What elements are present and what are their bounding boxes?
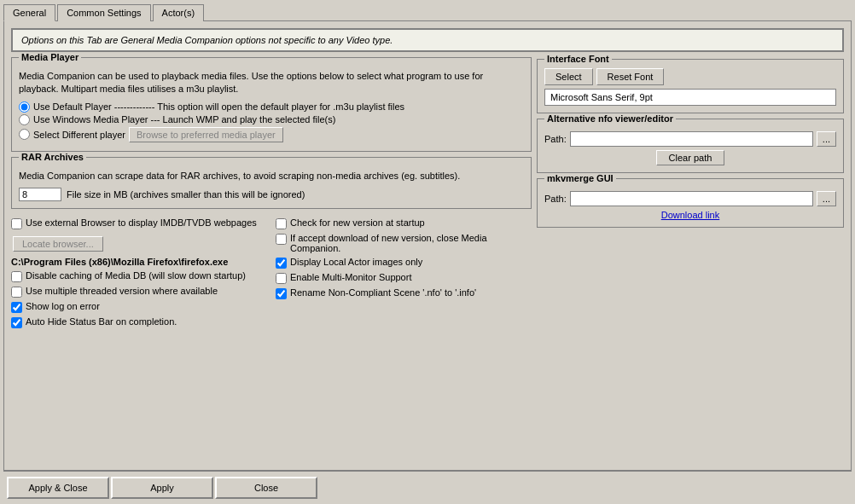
clear-path-button[interactable]: Clear path bbox=[656, 150, 725, 165]
radio-wmp-label: Use Windows Media Player --- Launch WMP … bbox=[33, 114, 335, 125]
cb-local-actor-label: Display Local Actor images only bbox=[290, 257, 422, 267]
tab-common-settings[interactable]: Common Settings bbox=[57, 4, 150, 21]
radio-default-label: Use Default Player ------------- This op… bbox=[33, 101, 404, 112]
main-window: General Common Settings Actor(s) Options… bbox=[0, 0, 855, 504]
browse-button[interactable]: Browse to preferred media player bbox=[129, 127, 283, 142]
mkvmerge-path-row: Path: ... bbox=[544, 191, 836, 206]
checkboxes-area: Use external Browser to display IMDB/TVD… bbox=[11, 217, 532, 328]
cb-multithread[interactable] bbox=[11, 287, 22, 298]
font-display: Microsoft Sans Serif, 9pt bbox=[544, 89, 836, 106]
alt-nfo-path-row: Path: ... bbox=[544, 131, 836, 147]
alt-nfo-inner: Path: ... Clear path bbox=[544, 131, 836, 165]
cb-show-log-label: Show log on error bbox=[26, 301, 100, 311]
media-player-inner: Media Companion can be used to playback … bbox=[19, 70, 524, 142]
cb-rename-nfo-label: Rename Non-Compliant Scene '.nfo' to '.i… bbox=[290, 287, 476, 298]
main-area: Media Player Media Companion can be used… bbox=[11, 57, 844, 463]
cb-auto-hide[interactable] bbox=[11, 317, 22, 328]
cb-multithread-label: Use multiple threaded version where avai… bbox=[26, 286, 218, 296]
cb-accept-download[interactable] bbox=[276, 234, 287, 245]
right-checkboxes: Check for new version at startup If acce… bbox=[276, 217, 532, 328]
rar-archives-label: RAR Archives bbox=[19, 152, 86, 162]
media-player-description: Media Companion can be used to playback … bbox=[19, 70, 524, 96]
alt-nfo-path-input[interactable] bbox=[570, 131, 813, 147]
select-font-button[interactable]: Select bbox=[544, 68, 593, 85]
radio-different[interactable] bbox=[19, 129, 30, 140]
cb-multi-monitor-row: Enable Multi-Monitor Support bbox=[276, 272, 532, 284]
rar-size-input[interactable] bbox=[19, 188, 61, 201]
interface-font-group: Interface Font Select Reset Font Microso… bbox=[537, 59, 844, 113]
mkvmerge-label: mkvmerge GUI bbox=[544, 173, 616, 183]
browser-path: C:\Program Files (x86)\Mozilla Firefox\f… bbox=[11, 257, 267, 267]
cb-external-row: Use external Browser to display IMDB/TVD… bbox=[11, 217, 267, 229]
bottom-bar: Apply & Close Apply Close bbox=[3, 471, 852, 504]
alt-nfo-path-label: Path: bbox=[544, 134, 567, 144]
locate-browser-button[interactable]: Locate browser... bbox=[13, 236, 103, 252]
mkvmerge-group: mkvmerge GUI Path: ... Download link bbox=[537, 178, 844, 228]
apply-button[interactable]: Apply bbox=[111, 477, 213, 499]
close-button[interactable]: Close bbox=[215, 477, 317, 499]
tab-content-general: Options on this Tab are General Media Co… bbox=[3, 20, 852, 471]
cb-auto-hide-row: Auto Hide Status Bar on completion. bbox=[11, 316, 267, 328]
cb-local-actor[interactable] bbox=[276, 258, 287, 269]
download-link[interactable]: Download link bbox=[544, 210, 836, 220]
media-player-label: Media Player bbox=[19, 52, 81, 62]
alt-nfo-group: Alternative nfo viewer/editor Path: ... … bbox=[537, 119, 844, 173]
cb-show-log[interactable] bbox=[11, 302, 22, 313]
cb-check-version[interactable] bbox=[276, 218, 287, 229]
cb-external[interactable] bbox=[11, 218, 22, 229]
radio-wmp-row: Use Windows Media Player --- Launch WMP … bbox=[19, 114, 524, 125]
mkvmerge-path-label: Path: bbox=[544, 194, 567, 204]
radio-default[interactable] bbox=[19, 101, 30, 113]
left-panel: Media Player Media Companion can be used… bbox=[11, 57, 532, 463]
radio-different-label: Select Different player bbox=[33, 130, 125, 140]
mkvmerge-path-input[interactable] bbox=[570, 191, 813, 206]
rar-description: Media Companion can scrape data for RAR … bbox=[19, 170, 524, 182]
cb-local-actor-row: Display Local Actor images only bbox=[276, 257, 532, 269]
alt-nfo-browse-button[interactable]: ... bbox=[817, 131, 836, 147]
interface-font-label: Interface Font bbox=[544, 54, 612, 64]
tab-bar: General Common Settings Actor(s) bbox=[0, 0, 855, 20]
mkvmerge-browse-button[interactable]: ... bbox=[817, 191, 836, 206]
cb-rename-nfo-row: Rename Non-Compliant Scene '.nfo' to '.i… bbox=[276, 287, 532, 299]
cb-show-log-row: Show log on error bbox=[11, 301, 267, 313]
tab-general[interactable]: General bbox=[3, 4, 55, 21]
radio-default-row: Use Default Player ------------- This op… bbox=[19, 101, 524, 113]
cb-rename-nfo[interactable] bbox=[276, 288, 287, 299]
cb-disable-cache[interactable] bbox=[11, 271, 22, 282]
rar-size-row: File size in MB (archives smaller than t… bbox=[19, 188, 524, 201]
cb-check-version-label: Check for new version at startup bbox=[290, 217, 425, 228]
cb-auto-hide-label: Auto Hide Status Bar on completion. bbox=[26, 316, 177, 327]
left-checkboxes: Use external Browser to display IMDB/TVD… bbox=[11, 217, 267, 328]
media-player-group: Media Player Media Companion can be used… bbox=[11, 57, 532, 152]
font-buttons: Select Reset Font bbox=[544, 68, 836, 85]
mkvmerge-inner: Path: ... Download link bbox=[544, 191, 836, 220]
reset-font-button[interactable]: Reset Font bbox=[596, 68, 665, 85]
cb-disable-cache-row: Disable caching of Media DB (will slow d… bbox=[11, 270, 267, 282]
tab-actors[interactable]: Actor(s) bbox=[153, 4, 205, 21]
radio-different-row: Select Different player Browse to prefer… bbox=[19, 127, 524, 142]
cb-disable-cache-label: Disable caching of Media DB (will slow d… bbox=[26, 270, 246, 281]
cb-multithread-row: Use multiple threaded version where avai… bbox=[11, 286, 267, 298]
alt-nfo-label: Alternative nfo viewer/editor bbox=[544, 113, 676, 124]
right-panel: Interface Font Select Reset Font Microso… bbox=[537, 57, 844, 463]
cb-multi-monitor-label: Enable Multi-Monitor Support bbox=[290, 272, 411, 282]
rar-size-label: File size in MB (archives smaller than t… bbox=[67, 189, 305, 200]
cb-accept-download-label: If accept download of new version, close… bbox=[290, 233, 532, 253]
rar-archives-inner: Media Companion can scrape data for RAR … bbox=[19, 170, 524, 201]
cb-external-label: Use external Browser to display IMDB/TVD… bbox=[26, 217, 257, 228]
apply-close-button[interactable]: Apply & Close bbox=[7, 477, 109, 499]
radio-wmp[interactable] bbox=[19, 114, 30, 125]
rar-archives-group: RAR Archives Media Companion can scrape … bbox=[11, 157, 532, 209]
cb-multi-monitor[interactable] bbox=[276, 273, 287, 284]
cb-check-version-row: Check for new version at startup bbox=[276, 217, 532, 229]
cb-accept-download-row: If accept download of new version, close… bbox=[276, 233, 532, 253]
info-box: Options on this Tab are General Media Co… bbox=[11, 28, 844, 52]
